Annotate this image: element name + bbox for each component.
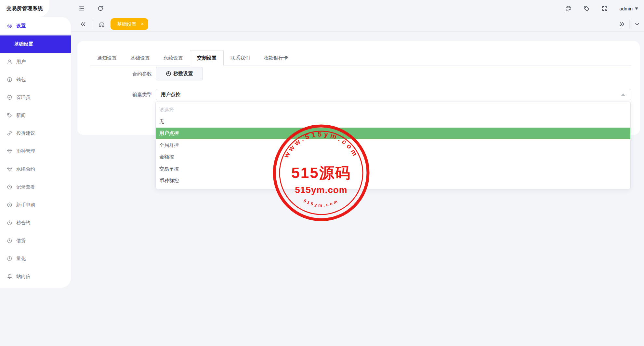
gear-icon <box>7 23 12 29</box>
option-placeholder: 请选择 <box>156 104 630 116</box>
svg-text:$: $ <box>9 203 10 207</box>
sidebar-item-label: 新币申购 <box>16 202 35 208</box>
sidebar-item-feedback[interactable]: 投拆建议 <box>0 124 71 142</box>
history-clock-icon <box>7 256 12 261</box>
gem-icon <box>7 166 12 172</box>
win-type-dropdown-panel: 请选择 无 用户点控 全局群控 金额控 交易单控 币种群控 <box>155 102 631 189</box>
sidebar-item-news[interactable]: 新闻 <box>0 106 71 124</box>
active-tag-pill[interactable]: 基础设置 × <box>111 18 148 30</box>
sidebar-item-label: 永续合约 <box>16 166 35 172</box>
app-title: 交易所管理系统 <box>0 5 43 12</box>
option-global-group-control[interactable]: 全局群控 <box>156 139 630 151</box>
sidebar-item-users[interactable]: 用户 <box>0 53 71 71</box>
sidebar-subitem-label: 基础设置 <box>14 41 33 47</box>
logo-block: 交易所管理系统 <box>0 0 49 17</box>
tag-icon[interactable] <box>583 5 590 12</box>
svg-text:515ym.com: 515ym.com <box>303 198 339 208</box>
collapse-left-icon[interactable] <box>79 21 86 28</box>
sidebar-item-label: 秒合约 <box>16 220 31 226</box>
tags-bar-right-divider <box>629 20 630 28</box>
option-amount-control[interactable]: 金额控 <box>156 151 630 163</box>
history-clock-icon <box>7 238 12 243</box>
bell-icon <box>7 274 12 279</box>
contract-param-label: 合约参数 <box>77 67 152 80</box>
caret-up-icon <box>621 93 625 96</box>
stamp-arc-bottom-text: 515ym.com <box>303 198 339 208</box>
sidebar-item-quant[interactable]: 量化 <box>0 250 71 268</box>
tab-delivery-settings[interactable]: 交割设置 <box>190 50 224 65</box>
option-user-point-control[interactable]: 用户点控 <box>156 128 630 139</box>
settings-tabbar: 通知设置 基础设置 永续设置 交割设置 联系我们 收款银行卡 <box>90 50 631 65</box>
seconds-settings-button-label: 秒数设置 <box>174 71 193 77</box>
sidebar-item-label: 管理员 <box>16 94 31 101</box>
sidebar-item-settings[interactable]: 设置 <box>0 17 71 35</box>
svg-text:$: $ <box>9 78 10 81</box>
tab-perpetual-settings[interactable]: 永续设置 <box>157 50 190 65</box>
option-trade-order-control[interactable]: 交易单控 <box>156 163 630 175</box>
tags-bar-right <box>618 17 641 31</box>
dollar-circle-icon: $ <box>7 202 12 208</box>
sidebar-item-coin-management[interactable]: 币种管理 <box>0 142 71 160</box>
sidebar-item-perpetual-contracts[interactable]: 永续合约 <box>0 160 71 178</box>
history-clock-icon <box>7 220 12 226</box>
sidebar-item-label: 记录查看 <box>16 184 35 190</box>
sidebar-subitem-basic-settings[interactable]: 基础设置 <box>0 35 71 53</box>
sidebar-item-label: 新闻 <box>16 112 26 118</box>
tab-basic-settings[interactable]: 基础设置 <box>124 50 157 65</box>
sidebar-item-label: 钱包 <box>16 76 26 83</box>
shield-check-icon <box>7 95 12 100</box>
tags-bar: 基础设置 × <box>79 17 148 31</box>
gem-icon <box>7 148 12 154</box>
tab-contact-us[interactable]: 联系我们 <box>224 50 257 65</box>
clock-icon <box>166 71 171 76</box>
sidebar-item-new-coin-subscription[interactable]: $ 新币申购 <box>0 196 71 214</box>
active-tag-label: 基础设置 <box>117 21 137 27</box>
sidebar-item-label: 站内信 <box>16 273 31 280</box>
user-icon <box>7 59 12 64</box>
win-type-select[interactable]: 用户点控 <box>156 89 631 100</box>
tag-close-icon[interactable]: × <box>141 21 144 27</box>
tags-bar-divider <box>92 20 92 28</box>
dollar-circle-icon: $ <box>7 77 12 82</box>
sidebar-item-lending[interactable]: 借贷 <box>0 232 71 250</box>
tag-icon <box>7 113 12 118</box>
option-none[interactable]: 无 <box>156 116 630 127</box>
win-type-label: 输赢类型 <box>77 89 152 100</box>
sidebar-item-messages[interactable]: 站内信 <box>0 268 71 285</box>
admin-caret-icon <box>635 7 638 10</box>
sidebar-item-label: 借贷 <box>16 238 26 244</box>
sidebar-item-second-contract[interactable]: 秒合约 <box>0 214 71 232</box>
admin-dropdown[interactable]: admin <box>619 6 638 11</box>
link-icon <box>7 131 12 136</box>
option-coin-group-control[interactable]: 币种群控 <box>156 175 630 187</box>
tags-row-divider <box>71 31 644 32</box>
tab-bank-cards[interactable]: 收款银行卡 <box>257 50 295 65</box>
tab-notification-settings[interactable]: 通知设置 <box>90 50 124 65</box>
sidebar-item-admins[interactable]: 管理员 <box>0 89 71 106</box>
topbar-left <box>78 5 104 12</box>
theme-palette-icon[interactable] <box>565 5 572 12</box>
chevron-down-icon[interactable] <box>634 21 641 28</box>
history-clock-icon <box>7 184 12 190</box>
seconds-settings-button[interactable]: 秒数设置 <box>156 67 203 80</box>
fullscreen-icon[interactable] <box>601 5 608 12</box>
home-icon[interactable] <box>98 21 105 28</box>
collapse-right-icon[interactable] <box>618 21 625 28</box>
topbar-right: admin <box>565 5 638 12</box>
sidebar-item-records[interactable]: 记录查看 <box>0 178 71 196</box>
sidebar-item-label: 量化 <box>16 256 26 262</box>
win-type-select-value: 用户点控 <box>156 91 180 98</box>
sidebar-item-label: 设置 <box>16 23 26 29</box>
sidebar-item-wallet[interactable]: $ 钱包 <box>0 71 71 89</box>
refresh-icon[interactable] <box>97 5 104 12</box>
sidebar-item-label: 币种管理 <box>16 148 35 154</box>
admin-username: admin <box>619 6 633 11</box>
sidebar: 设置 基础设置 用户 $ 钱包 管理员 <box>0 17 71 288</box>
sidebar-item-label: 投拆建议 <box>16 130 35 136</box>
sidebar-item-label: 用户 <box>16 59 26 65</box>
menu-fold-icon[interactable] <box>78 5 85 12</box>
